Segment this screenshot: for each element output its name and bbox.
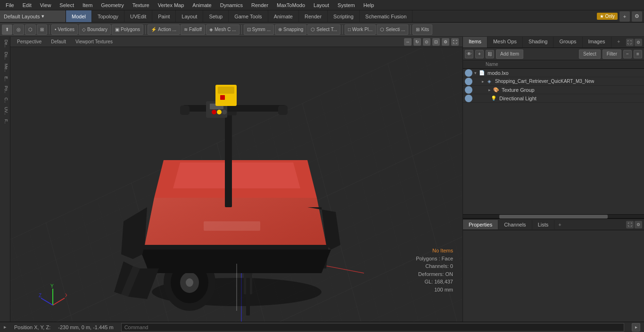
viewport-icon-fit[interactable]: ⊡: [432, 38, 440, 46]
command-execute-button[interactable]: ▸: [632, 323, 640, 332]
scroll-thumb[interactable]: [499, 215, 608, 219]
rp-visibility-toggle[interactable]: 👁: [465, 50, 473, 58]
menu-texture[interactable]: Texture: [129, 1, 153, 9]
menu-view[interactable]: View: [36, 1, 55, 9]
toolbar-mesh-c[interactable]: ◈ Mesh C ...: [206, 24, 239, 35]
props-tab-add[interactable]: +: [554, 220, 565, 229]
filter-button[interactable]: Filter: [603, 49, 621, 59]
viewport-tab-perspective[interactable]: Perspective: [14, 38, 44, 45]
settings-layout-button[interactable]: ⚙: [632, 11, 642, 22]
rp-tab-shading[interactable]: Shading: [523, 37, 553, 48]
toolbar-selecti[interactable]: ⬡ Selecti ...: [377, 24, 408, 35]
props-settings-icon[interactable]: ⚙: [635, 221, 642, 228]
command-input-area[interactable]: [121, 323, 624, 332]
viewport[interactable]: Perspective Default Viewport Textures ↔ …: [10, 37, 462, 322]
status-bar-arrow[interactable]: ▸: [4, 324, 7, 330]
tab-model[interactable]: Model: [66, 10, 92, 22]
command-input[interactable]: [124, 324, 621, 330]
viewport-canvas[interactable]: No Items Polygons : Face Channels: 0 Def…: [10, 47, 462, 322]
tab-schematic-fusion[interactable]: Schematic Fusion: [360, 10, 413, 22]
expand-arrow-shopping-cart[interactable]: ▸: [482, 79, 484, 84]
rp-overflow-icon[interactable]: ≡: [634, 50, 642, 58]
tab-layout[interactable]: Layout: [176, 10, 203, 22]
visibility-eye-texture-group[interactable]: [465, 86, 472, 94]
menu-maxtomodo[interactable]: MaxToModo: [273, 1, 309, 9]
left-panel-item-0[interactable]: De..: [1, 38, 9, 49]
menu-render[interactable]: Render: [248, 1, 272, 9]
menu-geometry[interactable]: Geometry: [97, 1, 127, 9]
list-item-directional-light[interactable]: 💡 Directional Light: [463, 94, 644, 103]
tab-scripting[interactable]: Scripting: [328, 10, 360, 22]
toolbar-poly-select[interactable]: ⬡: [25, 24, 36, 35]
menu-select[interactable]: Select: [56, 1, 78, 9]
add-item-button[interactable]: Add Item: [496, 49, 523, 59]
rp-tab-add[interactable]: +: [613, 37, 624, 48]
rp-tab-groups[interactable]: Groups: [553, 37, 582, 48]
tab-render[interactable]: Render: [299, 10, 328, 22]
props-expand-icon[interactable]: ⛶: [626, 221, 634, 228]
right-panel-scrollbar[interactable]: [463, 214, 644, 218]
menu-vertex-map[interactable]: Vertex Map: [154, 1, 188, 9]
menu-help[interactable]: Help: [360, 1, 378, 9]
rp-tab-mesh-ops[interactable]: Mesh Ops: [487, 37, 523, 48]
tab-animate[interactable]: Animate: [268, 10, 299, 22]
rp-link-icon[interactable]: ⛓: [486, 50, 494, 58]
menu-layout[interactable]: Layout: [310, 1, 333, 9]
select-button[interactable]: Select: [579, 49, 601, 59]
menu-item[interactable]: Item: [79, 1, 96, 9]
rp-add-icon[interactable]: +: [475, 50, 484, 58]
rp-minus-icon[interactable]: −: [623, 50, 632, 58]
tab-setup[interactable]: Setup: [203, 10, 229, 22]
tab-uvedit[interactable]: UVEdit: [124, 10, 152, 22]
toolbar-snapping[interactable]: ⊕ Snapping: [275, 24, 306, 35]
left-panel-item-2[interactable]: Me..: [1, 62, 9, 74]
layout-dropdown[interactable]: Default Layouts ▾: [0, 10, 66, 22]
left-panel-item-1[interactable]: Du..: [1, 50, 9, 62]
rp-expand-icon[interactable]: ⛶: [626, 39, 634, 46]
visibility-eye-modo-lxo[interactable]: [465, 69, 472, 77]
visibility-eye-directional-light[interactable]: [465, 95, 472, 102]
left-panel-item-5[interactable]: C..: [1, 96, 9, 105]
viewport-icon-settings[interactable]: ⚙: [442, 38, 449, 46]
viewport-icon-zoom[interactable]: ⊙: [423, 38, 430, 46]
toolbar-select-t[interactable]: ⬡ Select T...: [307, 24, 340, 35]
viewport-icon-move[interactable]: ↔: [404, 38, 412, 46]
toolbar-kits[interactable]: ⊞ Kits: [413, 24, 432, 35]
toolbar-work-pl[interactable]: □ Work Pl...: [345, 24, 376, 35]
list-item-modo-lxo[interactable]: ▾ 📄 modo.lxo: [463, 69, 644, 77]
list-item-texture-group[interactable]: ▸ 🎨 Texture Group: [463, 86, 644, 94]
viewport-tab-textures[interactable]: Viewport Textures: [73, 38, 116, 45]
left-panel-item-7[interactable]: F..: [1, 117, 9, 126]
left-panel-item-3[interactable]: E..: [1, 74, 9, 83]
viewport-tab-default[interactable]: Default: [48, 38, 69, 45]
left-panel-item-4[interactable]: Po..: [1, 84, 9, 95]
menu-dynamics[interactable]: Dynamics: [216, 1, 247, 9]
menu-animate[interactable]: Animate: [189, 1, 215, 9]
toolbar-action[interactable]: ⚡ Action ...: [148, 24, 180, 35]
menu-edit[interactable]: Edit: [19, 1, 35, 9]
toolbar-select-mode[interactable]: ⬆: [2, 24, 12, 35]
toolbar-polygons[interactable]: ▣ Polygons: [112, 24, 143, 35]
props-tab-lists[interactable]: Lists: [532, 220, 555, 229]
add-layout-button[interactable]: +: [619, 11, 630, 22]
viewport-icon-rotate[interactable]: ↻: [413, 38, 421, 46]
rp-tab-images[interactable]: Images: [583, 37, 611, 48]
visibility-eye-shopping-cart[interactable]: [465, 78, 472, 85]
left-panel-item-6[interactable]: UV..: [1, 105, 9, 117]
viewport-icon-expand[interactable]: ⛶: [451, 38, 459, 46]
menu-file[interactable]: File: [2, 1, 18, 9]
expand-arrow-modo-lxo[interactable]: ▾: [474, 71, 477, 75]
props-tab-properties[interactable]: Properties: [463, 220, 498, 229]
toolbar-boundary[interactable]: ◇ Boundary: [79, 24, 111, 35]
tab-topology[interactable]: Topology: [92, 10, 124, 22]
list-item-shopping-cart[interactable]: ▸ ◈ Shopping_Cart_Retriever_QuicKART_M3_…: [463, 77, 644, 86]
expand-arrow-texture-group[interactable]: ▸: [488, 88, 491, 92]
toolbar-vertices[interactable]: • Vertices: [51, 24, 78, 35]
rp-settings-icon[interactable]: ⚙: [635, 39, 642, 46]
props-tab-channels[interactable]: Channels: [498, 220, 532, 229]
toolbar-circle-select[interactable]: ◎: [13, 24, 24, 35]
menu-system[interactable]: System: [334, 1, 359, 9]
toolbar-symm[interactable]: ⊡ Symm ...: [244, 24, 274, 35]
rp-tab-items[interactable]: Items: [463, 37, 487, 48]
tab-paint[interactable]: Paint: [152, 10, 176, 22]
